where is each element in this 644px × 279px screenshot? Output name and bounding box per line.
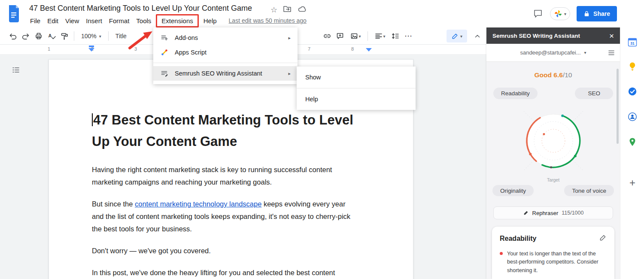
line-spacing-button[interactable] bbox=[389, 30, 401, 42]
tab-originality[interactable]: Originality bbox=[492, 185, 534, 196]
insert-link-button[interactable] bbox=[321, 30, 333, 42]
chevron-up-icon bbox=[474, 33, 481, 39]
doc-hyperlink[interactable]: content marketing technology landscape bbox=[135, 200, 261, 208]
submenu-item-help[interactable]: Help bbox=[297, 88, 416, 110]
undo-button[interactable] bbox=[7, 30, 19, 42]
menu-item-semrush-swa[interactable]: Semrush SEO Writing Assistant ▸ bbox=[153, 66, 298, 81]
pencil-icon bbox=[451, 33, 459, 40]
add-addon-icon[interactable]: + bbox=[628, 179, 637, 188]
chevron-down-icon: ▾ bbox=[564, 12, 566, 16]
calendar-icon[interactable]: 31 bbox=[628, 37, 637, 47]
menu-extensions[interactable]: Extensions bbox=[156, 14, 198, 27]
doc-paragraph-2: But since the content marketing technolo… bbox=[92, 198, 357, 235]
readability-issue[interactable]: Your text is longer than the text of the… bbox=[500, 250, 607, 275]
tab-seo[interactable]: SEO bbox=[575, 88, 613, 99]
first-line-indent-marker[interactable] bbox=[89, 45, 94, 47]
star-icon[interactable]: ☆ bbox=[270, 5, 277, 15]
document-outline-icon[interactable] bbox=[11, 65, 21, 76]
doc-heading: 47 Best Content Marketing Tools to Level… bbox=[92, 109, 357, 152]
panel-header: Semrush SEO Writing Assistant × bbox=[486, 27, 620, 44]
doc-paragraph-4: In this post, we've done the heavy lifti… bbox=[92, 267, 357, 279]
account-email: sandeep@startupcafei... bbox=[520, 49, 580, 56]
menu-tools[interactable]: Tools bbox=[133, 16, 155, 26]
tab-tone-of-voice[interactable]: Tone of voice bbox=[564, 185, 614, 196]
menu-item-label: Apps Script bbox=[175, 49, 207, 56]
more-options-button[interactable]: ⋯ bbox=[402, 30, 414, 42]
menubar: File Edit View Insert Format Tools Exten… bbox=[27, 15, 307, 27]
zoom-select[interactable]: 100%▾ bbox=[78, 30, 105, 42]
chevron-down-icon: ▾ bbox=[358, 34, 361, 39]
document-title[interactable]: 47 Best Content Marketing Tools to Level… bbox=[29, 4, 252, 13]
spellcheck-button[interactable]: A bbox=[46, 30, 58, 42]
insert-image-button[interactable]: ▾ bbox=[347, 30, 364, 42]
submenu-item-show[interactable]: Show bbox=[297, 67, 416, 88]
editing-mode-button[interactable]: ▾ bbox=[447, 30, 467, 42]
semrush-swa-icon bbox=[160, 70, 169, 77]
issue-dot bbox=[500, 252, 503, 255]
text-cursor bbox=[92, 113, 93, 126]
last-edit-link[interactable]: Last edit was 50 minutes ago bbox=[229, 17, 307, 24]
ruler-mark: 3 bbox=[134, 46, 137, 52]
right-indent-marker[interactable] bbox=[366, 48, 372, 52]
menu-edit[interactable]: Edit bbox=[44, 16, 62, 26]
left-indent-marker[interactable] bbox=[88, 48, 94, 52]
submenu-arrow-icon: ▸ bbox=[288, 71, 291, 76]
issue-text: Your text is longer than the text of the… bbox=[507, 250, 607, 275]
edit-icon[interactable] bbox=[599, 234, 607, 243]
menu-format[interactable]: Format bbox=[106, 16, 133, 26]
menu-view[interactable]: View bbox=[62, 16, 82, 26]
menu-insert[interactable]: Insert bbox=[82, 16, 106, 26]
menu-file[interactable]: File bbox=[27, 16, 44, 26]
card-title: Readability bbox=[500, 235, 536, 243]
ruler-mark: 8 bbox=[351, 46, 354, 52]
rephraser-button[interactable]: Rephraser 115/1000 bbox=[493, 206, 613, 219]
comments-icon[interactable] bbox=[532, 8, 544, 19]
google-docs-app: 47 Best Content Marketing Tools to Level… bbox=[0, 0, 644, 279]
doc-paragraph-3: Don't worry — we've got you covered. bbox=[92, 245, 357, 257]
pen-icon bbox=[523, 210, 529, 216]
tasks-icon[interactable] bbox=[628, 87, 637, 96]
svg-text:31: 31 bbox=[630, 41, 635, 45]
account-selector[interactable]: sandeep@startupcafei... ▾ bbox=[486, 44, 620, 62]
add-comment-button[interactable] bbox=[334, 30, 346, 42]
toolbar-divider bbox=[108, 31, 109, 41]
menu-divider bbox=[153, 63, 298, 63]
topbar-actions: ▾ Share bbox=[532, 0, 637, 27]
tab-readability[interactable]: Readability bbox=[493, 88, 538, 99]
paint-format-button[interactable] bbox=[58, 30, 70, 42]
ruler-mark: 1 bbox=[48, 46, 50, 52]
move-folder-icon[interactable] bbox=[283, 4, 292, 15]
apps-script-icon bbox=[160, 49, 169, 56]
menu-item-add-ons[interactable]: Add-ons ▸ bbox=[153, 30, 298, 45]
topbar: 47 Best Content Marketing Tools to Level… bbox=[0, 0, 644, 27]
keep-icon[interactable] bbox=[628, 62, 637, 71]
chevron-down-icon: ▾ bbox=[584, 50, 586, 55]
close-icon[interactable]: × bbox=[609, 32, 614, 40]
docs-logo[interactable] bbox=[7, 5, 20, 22]
paragraph-style-select[interactable]: Title▾ bbox=[112, 30, 152, 42]
print-button[interactable] bbox=[33, 30, 45, 42]
avatar[interactable] bbox=[623, 7, 637, 21]
menu-item-label: Semrush SEO Writing Assistant bbox=[175, 70, 262, 77]
readability-card: Readability Your text is longer than the… bbox=[492, 227, 614, 279]
chevron-down-icon: ▾ bbox=[383, 34, 385, 39]
share-button[interactable]: Share bbox=[577, 6, 617, 21]
maps-icon[interactable] bbox=[628, 137, 637, 147]
cloud-status-icon[interactable] bbox=[297, 4, 307, 15]
score-tags: Originality Tone of voice bbox=[486, 185, 620, 196]
align-button[interactable]: ▾ bbox=[371, 30, 389, 42]
target-label: Target bbox=[486, 177, 620, 182]
score-tabs: Readability SEO bbox=[486, 88, 620, 99]
contacts-icon[interactable] bbox=[628, 112, 637, 121]
submenu-arrow-icon: ▸ bbox=[288, 35, 291, 41]
menu-help[interactable]: Help bbox=[200, 16, 220, 26]
side-rail: 31 + bbox=[620, 27, 644, 279]
toolbar-divider bbox=[368, 31, 368, 41]
menu-item-apps-script[interactable]: Apps Script bbox=[153, 45, 298, 60]
redo-button[interactable] bbox=[20, 30, 32, 42]
addon-launcher[interactable]: ▾ bbox=[550, 7, 570, 20]
score-gauge: Target bbox=[486, 104, 620, 182]
panel-scrollbar[interactable] bbox=[617, 69, 619, 144]
panel-menu-icon[interactable] bbox=[608, 49, 615, 58]
hide-menus-button[interactable] bbox=[472, 31, 483, 41]
